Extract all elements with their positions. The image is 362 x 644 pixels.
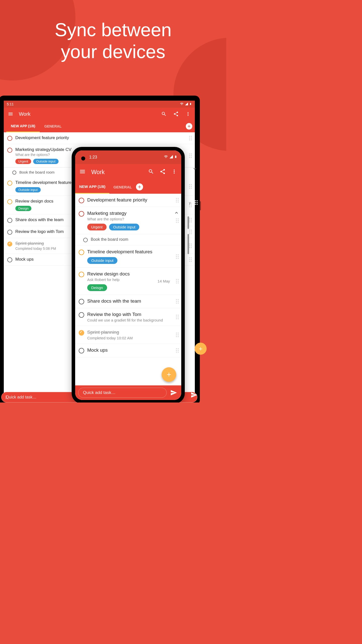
chip[interactable]: Outside input	[87, 257, 117, 264]
wifi-icon	[180, 102, 184, 106]
drag-handle-icon[interactable]	[189, 153, 192, 158]
battery-icon	[189, 102, 192, 107]
task-title: Development feature priority	[15, 135, 185, 140]
chip[interactable]: Outside input	[109, 224, 139, 230]
task-title: Book the board room	[91, 237, 179, 242]
drag-handle-icon[interactable]	[176, 218, 179, 223]
task-checkbox[interactable]	[12, 171, 16, 175]
app-title: Work	[91, 169, 105, 176]
task-checkbox[interactable]	[7, 199, 12, 204]
send-icon[interactable]	[169, 388, 178, 397]
fab-add-button[interactable]: +	[162, 367, 176, 382]
fab-add-button[interactable]: +	[195, 343, 207, 355]
drag-handle-icon[interactable]	[189, 218, 192, 222]
drag-handle-icon[interactable]	[189, 136, 192, 140]
task-row[interactable]: Development feature priority	[4, 132, 195, 144]
phone-frame: 1:23 Work NEW APP (1/8) GENERAL Developm…	[72, 147, 185, 403]
task-date: y	[189, 200, 191, 205]
drag-handle-icon[interactable]	[176, 315, 179, 319]
subtask-row[interactable]: Book the board room	[75, 234, 181, 246]
task-row[interactable]: Review design docs Ask Robert for helpDe…	[75, 268, 181, 295]
task-row[interactable]: Mock ups	[75, 344, 181, 357]
task-checkbox[interactable]	[79, 312, 84, 318]
search-icon[interactable]	[148, 169, 154, 176]
task-list: Development feature priority Marketing s…	[75, 194, 181, 385]
signal-icon	[169, 155, 173, 160]
headline: Sync betweenyour devices	[0, 19, 226, 63]
drag-handle-icon[interactable]	[176, 279, 179, 284]
task-checkbox[interactable]	[79, 211, 84, 217]
drag-handle-icon[interactable]	[176, 198, 179, 203]
drag-handle-icon[interactable]	[176, 299, 179, 304]
wifi-icon	[164, 155, 168, 160]
quick-add-bar: Quick add task…	[75, 385, 181, 400]
task-checkbox[interactable]	[7, 181, 12, 186]
signal-icon	[185, 102, 188, 106]
task-row[interactable]: Share docs with the team	[75, 295, 181, 308]
task-row[interactable]: Sprint planning Completed today 10:02 AM	[75, 326, 181, 344]
task-checkbox[interactable]	[79, 198, 84, 203]
share-icon[interactable]	[172, 110, 180, 118]
drag-handle-icon[interactable]	[195, 200, 198, 205]
task-row[interactable]: Marketing strategy What are the options?…	[75, 207, 181, 234]
chip[interactable]: Urgent	[87, 224, 107, 230]
phone-screen: 1:23 Work NEW APP (1/8) GENERAL Developm…	[75, 150, 181, 400]
task-checkbox[interactable]	[79, 348, 84, 353]
tab-bar: NEW APP (1/8) GENERAL	[4, 120, 195, 132]
task-checkbox[interactable]	[79, 330, 84, 336]
app-bar: Work	[75, 164, 181, 180]
task-row[interactable]: Development feature priority	[75, 194, 181, 207]
search-icon[interactable]	[160, 110, 168, 118]
drag-handle-icon[interactable]	[189, 230, 192, 234]
chip[interactable]: Urgent	[15, 159, 31, 164]
drag-handle-icon[interactable]	[189, 257, 192, 262]
overflow-icon[interactable]	[171, 169, 177, 176]
task-title: Review design docs	[87, 271, 155, 277]
menu-icon[interactable]	[79, 168, 86, 176]
drag-handle-icon[interactable]	[176, 333, 179, 337]
task-checkbox[interactable]	[7, 218, 12, 223]
add-tab-button[interactable]	[186, 123, 192, 130]
tab-general[interactable]: GENERAL	[40, 120, 66, 132]
share-icon[interactable]	[160, 169, 166, 176]
status-time: 5:11	[7, 102, 14, 106]
task-title: Sprint planning	[87, 330, 171, 335]
tab-general[interactable]: GENERAL	[109, 180, 136, 194]
add-tab-button[interactable]	[136, 183, 143, 190]
menu-icon[interactable]	[7, 110, 14, 118]
task-checkbox[interactable]	[7, 242, 12, 247]
quick-add-input[interactable]: Quick add task…	[78, 388, 167, 398]
drag-handle-icon[interactable]	[176, 254, 179, 259]
task-subtitle: What are the options?	[87, 217, 171, 221]
task-subtitle: Completed today 10:02 AM	[87, 336, 171, 340]
chip[interactable]: Outside input	[15, 187, 41, 192]
task-checkbox[interactable]	[79, 299, 84, 304]
task-row[interactable]: Review the logo with Tom Could we use a …	[75, 308, 181, 326]
tab-new-app[interactable]: NEW APP (1/8)	[75, 180, 109, 194]
drag-handle-icon[interactable]	[189, 184, 192, 189]
chip[interactable]: Outside input	[33, 159, 59, 164]
phone-side-button	[188, 216, 189, 229]
chevron-down-icon[interactable]	[192, 166, 198, 173]
status-time: 1:23	[89, 155, 97, 159]
task-subtitle: Could we use a gradiet fill for the back…	[87, 318, 171, 322]
task-row-peek: y	[189, 200, 198, 205]
chevron-up-icon[interactable]	[174, 210, 179, 217]
task-row[interactable]: Timeline development features Outside in…	[75, 246, 181, 268]
drag-handle-icon[interactable]	[189, 244, 192, 248]
chip[interactable]: Deisgn	[87, 284, 107, 291]
send-icon[interactable]	[191, 391, 198, 399]
app-title: Work	[19, 111, 30, 117]
drag-handle-icon[interactable]	[176, 348, 179, 353]
task-checkbox[interactable]	[83, 238, 88, 242]
task-checkbox[interactable]	[7, 230, 12, 235]
task-checkbox[interactable]	[7, 136, 12, 141]
overflow-icon[interactable]	[184, 110, 192, 118]
tab-new-app[interactable]: NEW APP (1/8)	[6, 120, 40, 132]
task-checkbox[interactable]	[79, 250, 84, 255]
tablet-side-button	[200, 201, 201, 210]
task-checkbox[interactable]	[79, 272, 84, 277]
task-checkbox[interactable]	[7, 148, 12, 153]
chip[interactable]: Design	[15, 206, 31, 211]
task-checkbox[interactable]	[7, 257, 12, 262]
